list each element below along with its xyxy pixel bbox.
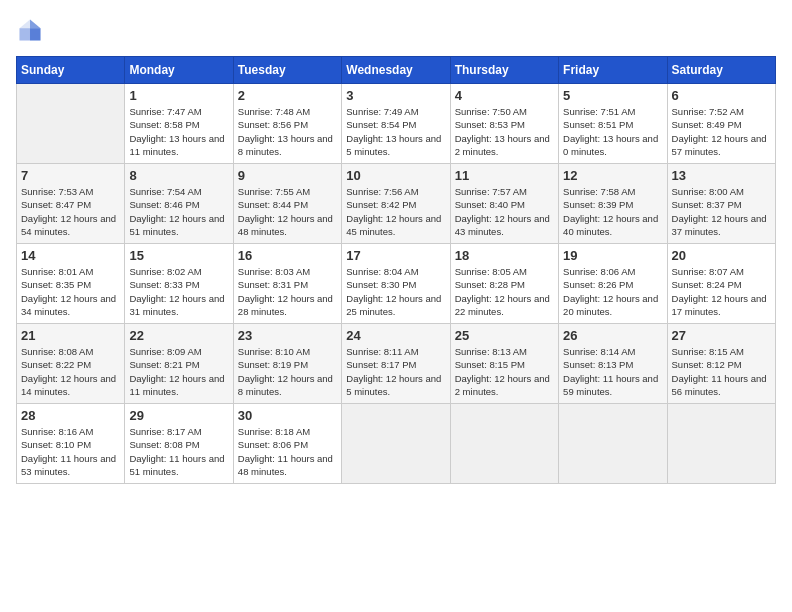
day-info: Sunrise: 8:09 AMSunset: 8:21 PMDaylight:… bbox=[129, 345, 228, 398]
calendar-cell: 23Sunrise: 8:10 AMSunset: 8:19 PMDayligh… bbox=[233, 324, 341, 404]
day-info: Sunrise: 8:03 AMSunset: 8:31 PMDaylight:… bbox=[238, 265, 337, 318]
day-info: Sunrise: 8:08 AMSunset: 8:22 PMDaylight:… bbox=[21, 345, 120, 398]
calendar-cell: 14Sunrise: 8:01 AMSunset: 8:35 PMDayligh… bbox=[17, 244, 125, 324]
day-info: Sunrise: 8:13 AMSunset: 8:15 PMDaylight:… bbox=[455, 345, 554, 398]
day-info: Sunrise: 7:57 AMSunset: 8:40 PMDaylight:… bbox=[455, 185, 554, 238]
calendar-cell bbox=[17, 84, 125, 164]
day-number: 9 bbox=[238, 168, 337, 183]
calendar-cell: 30Sunrise: 8:18 AMSunset: 8:06 PMDayligh… bbox=[233, 404, 341, 484]
svg-marker-1 bbox=[30, 20, 41, 29]
day-number: 29 bbox=[129, 408, 228, 423]
calendar-cell: 11Sunrise: 7:57 AMSunset: 8:40 PMDayligh… bbox=[450, 164, 558, 244]
weekday-sunday: Sunday bbox=[17, 57, 125, 84]
calendar-cell bbox=[342, 404, 450, 484]
calendar-body: 1Sunrise: 7:47 AMSunset: 8:58 PMDaylight… bbox=[17, 84, 776, 484]
day-number: 17 bbox=[346, 248, 445, 263]
day-number: 15 bbox=[129, 248, 228, 263]
day-info: Sunrise: 7:49 AMSunset: 8:54 PMDaylight:… bbox=[346, 105, 445, 158]
day-info: Sunrise: 7:55 AMSunset: 8:44 PMDaylight:… bbox=[238, 185, 337, 238]
day-number: 27 bbox=[672, 328, 771, 343]
calendar-cell: 21Sunrise: 8:08 AMSunset: 8:22 PMDayligh… bbox=[17, 324, 125, 404]
day-number: 26 bbox=[563, 328, 662, 343]
day-number: 28 bbox=[21, 408, 120, 423]
svg-marker-2 bbox=[20, 28, 31, 40]
calendar-cell: 3Sunrise: 7:49 AMSunset: 8:54 PMDaylight… bbox=[342, 84, 450, 164]
day-info: Sunrise: 7:54 AMSunset: 8:46 PMDaylight:… bbox=[129, 185, 228, 238]
day-number: 23 bbox=[238, 328, 337, 343]
day-number: 14 bbox=[21, 248, 120, 263]
day-info: Sunrise: 7:58 AMSunset: 8:39 PMDaylight:… bbox=[563, 185, 662, 238]
day-info: Sunrise: 8:04 AMSunset: 8:30 PMDaylight:… bbox=[346, 265, 445, 318]
calendar-cell: 15Sunrise: 8:02 AMSunset: 8:33 PMDayligh… bbox=[125, 244, 233, 324]
day-number: 20 bbox=[672, 248, 771, 263]
calendar-week-4: 21Sunrise: 8:08 AMSunset: 8:22 PMDayligh… bbox=[17, 324, 776, 404]
day-info: Sunrise: 8:06 AMSunset: 8:26 PMDaylight:… bbox=[563, 265, 662, 318]
day-number: 22 bbox=[129, 328, 228, 343]
day-number: 3 bbox=[346, 88, 445, 103]
calendar-cell: 28Sunrise: 8:16 AMSunset: 8:10 PMDayligh… bbox=[17, 404, 125, 484]
day-number: 16 bbox=[238, 248, 337, 263]
weekday-saturday: Saturday bbox=[667, 57, 775, 84]
day-info: Sunrise: 8:10 AMSunset: 8:19 PMDaylight:… bbox=[238, 345, 337, 398]
calendar-cell bbox=[450, 404, 558, 484]
calendar-cell: 1Sunrise: 7:47 AMSunset: 8:58 PMDaylight… bbox=[125, 84, 233, 164]
day-info: Sunrise: 8:18 AMSunset: 8:06 PMDaylight:… bbox=[238, 425, 337, 478]
day-number: 6 bbox=[672, 88, 771, 103]
day-number: 25 bbox=[455, 328, 554, 343]
calendar-cell: 20Sunrise: 8:07 AMSunset: 8:24 PMDayligh… bbox=[667, 244, 775, 324]
logo-icon bbox=[16, 16, 44, 44]
day-info: Sunrise: 8:17 AMSunset: 8:08 PMDaylight:… bbox=[129, 425, 228, 478]
calendar-week-5: 28Sunrise: 8:16 AMSunset: 8:10 PMDayligh… bbox=[17, 404, 776, 484]
day-info: Sunrise: 8:16 AMSunset: 8:10 PMDaylight:… bbox=[21, 425, 120, 478]
day-number: 11 bbox=[455, 168, 554, 183]
calendar-cell bbox=[667, 404, 775, 484]
calendar-week-3: 14Sunrise: 8:01 AMSunset: 8:35 PMDayligh… bbox=[17, 244, 776, 324]
logo bbox=[16, 16, 48, 44]
day-number: 24 bbox=[346, 328, 445, 343]
day-info: Sunrise: 7:50 AMSunset: 8:53 PMDaylight:… bbox=[455, 105, 554, 158]
calendar-cell: 4Sunrise: 7:50 AMSunset: 8:53 PMDaylight… bbox=[450, 84, 558, 164]
day-number: 12 bbox=[563, 168, 662, 183]
day-number: 21 bbox=[21, 328, 120, 343]
day-info: Sunrise: 8:05 AMSunset: 8:28 PMDaylight:… bbox=[455, 265, 554, 318]
calendar-cell: 24Sunrise: 8:11 AMSunset: 8:17 PMDayligh… bbox=[342, 324, 450, 404]
day-number: 19 bbox=[563, 248, 662, 263]
day-number: 2 bbox=[238, 88, 337, 103]
calendar-cell: 29Sunrise: 8:17 AMSunset: 8:08 PMDayligh… bbox=[125, 404, 233, 484]
day-number: 1 bbox=[129, 88, 228, 103]
day-info: Sunrise: 7:48 AMSunset: 8:56 PMDaylight:… bbox=[238, 105, 337, 158]
calendar-header: SundayMondayTuesdayWednesdayThursdayFrid… bbox=[17, 57, 776, 84]
calendar-cell: 8Sunrise: 7:54 AMSunset: 8:46 PMDaylight… bbox=[125, 164, 233, 244]
calendar-cell: 27Sunrise: 8:15 AMSunset: 8:12 PMDayligh… bbox=[667, 324, 775, 404]
weekday-thursday: Thursday bbox=[450, 57, 558, 84]
day-number: 5 bbox=[563, 88, 662, 103]
calendar-week-1: 1Sunrise: 7:47 AMSunset: 8:58 PMDaylight… bbox=[17, 84, 776, 164]
day-number: 4 bbox=[455, 88, 554, 103]
calendar-cell bbox=[559, 404, 667, 484]
day-info: Sunrise: 7:51 AMSunset: 8:51 PMDaylight:… bbox=[563, 105, 662, 158]
calendar-cell: 5Sunrise: 7:51 AMSunset: 8:51 PMDaylight… bbox=[559, 84, 667, 164]
calendar-cell: 6Sunrise: 7:52 AMSunset: 8:49 PMDaylight… bbox=[667, 84, 775, 164]
day-info: Sunrise: 8:15 AMSunset: 8:12 PMDaylight:… bbox=[672, 345, 771, 398]
calendar-cell: 22Sunrise: 8:09 AMSunset: 8:21 PMDayligh… bbox=[125, 324, 233, 404]
day-info: Sunrise: 7:53 AMSunset: 8:47 PMDaylight:… bbox=[21, 185, 120, 238]
day-number: 7 bbox=[21, 168, 120, 183]
day-number: 18 bbox=[455, 248, 554, 263]
day-info: Sunrise: 7:47 AMSunset: 8:58 PMDaylight:… bbox=[129, 105, 228, 158]
day-number: 10 bbox=[346, 168, 445, 183]
day-number: 8 bbox=[129, 168, 228, 183]
day-info: Sunrise: 7:52 AMSunset: 8:49 PMDaylight:… bbox=[672, 105, 771, 158]
page-header bbox=[16, 16, 776, 44]
weekday-monday: Monday bbox=[125, 57, 233, 84]
day-info: Sunrise: 8:00 AMSunset: 8:37 PMDaylight:… bbox=[672, 185, 771, 238]
weekday-friday: Friday bbox=[559, 57, 667, 84]
day-info: Sunrise: 8:14 AMSunset: 8:13 PMDaylight:… bbox=[563, 345, 662, 398]
weekday-tuesday: Tuesday bbox=[233, 57, 341, 84]
day-number: 13 bbox=[672, 168, 771, 183]
day-info: Sunrise: 8:02 AMSunset: 8:33 PMDaylight:… bbox=[129, 265, 228, 318]
weekday-wednesday: Wednesday bbox=[342, 57, 450, 84]
calendar-cell: 26Sunrise: 8:14 AMSunset: 8:13 PMDayligh… bbox=[559, 324, 667, 404]
calendar-cell: 13Sunrise: 8:00 AMSunset: 8:37 PMDayligh… bbox=[667, 164, 775, 244]
day-info: Sunrise: 8:01 AMSunset: 8:35 PMDaylight:… bbox=[21, 265, 120, 318]
calendar-cell: 18Sunrise: 8:05 AMSunset: 8:28 PMDayligh… bbox=[450, 244, 558, 324]
